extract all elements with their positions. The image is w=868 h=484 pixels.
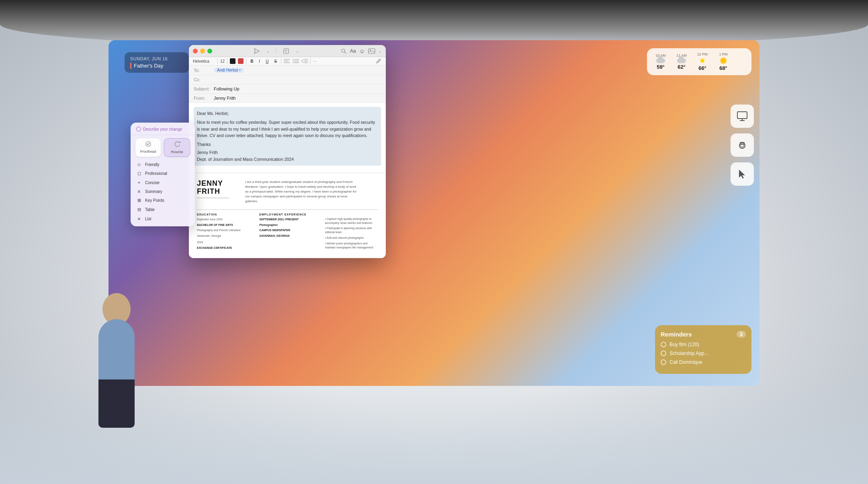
weather-icon-1 xyxy=(677,58,686,63)
side-icon-box-0 xyxy=(731,105,754,128)
menu-item-friendly[interactable]: ☺ Friendly xyxy=(131,160,195,169)
mail-body[interactable]: Dear Ms. Herbst, Nice to meet you for co… xyxy=(189,103,386,173)
emoji-icon: ☺ xyxy=(359,48,365,54)
professional-icon: ◻ xyxy=(136,171,142,176)
svg-point-21 xyxy=(293,61,294,62)
side-icons xyxy=(731,105,754,186)
to-value: Andi Herbst xyxy=(217,68,238,72)
reminder-circle-2 xyxy=(661,359,666,365)
svg-point-20 xyxy=(293,59,294,60)
weather-temp-0: 59° xyxy=(657,64,665,70)
reminder-circle-1 xyxy=(661,351,666,356)
cv-name-block: JENNY FRITH xyxy=(197,180,237,204)
cv-edu-0: Expected June 2024 xyxy=(197,217,253,221)
summary-label: Summary xyxy=(145,189,162,194)
strikethrough-button[interactable]: S xyxy=(272,59,278,64)
cursor-icon xyxy=(736,168,748,180)
proofread-label: Proofread xyxy=(140,150,156,154)
weather-time-2: 12 PM xyxy=(697,52,708,56)
attachment-icon xyxy=(375,59,382,64)
format-divider-0 xyxy=(217,58,218,64)
subject-value: Following Up xyxy=(214,86,240,91)
reminder-text-1: Scholarship App... xyxy=(669,351,708,356)
cv-name-line2: FRITH xyxy=(197,187,220,195)
svg-line-24 xyxy=(301,61,304,63)
cv-edu-1: BACHELOR OF FINE ARTS xyxy=(197,223,253,227)
from-field: From: Jenny Frith xyxy=(189,94,386,103)
cv-emp-0: SEPTEMBER 2021–PRESENT xyxy=(259,217,315,221)
weather-icon-0 xyxy=(656,58,665,63)
cv-bullet-3: • Mentor junior photographers and mainta… xyxy=(322,242,378,250)
cv-employment-col: EMPLOYMENT EXPERIENCE SEPTEMBER 2021–PRE… xyxy=(259,213,315,252)
cv-emp-2: CAMPUS NEWSPAPER xyxy=(259,228,315,232)
subject-field: Subject: Following Up xyxy=(189,84,386,94)
cv-edu-2: Photography and French Literature xyxy=(197,228,253,232)
font-size: 12 xyxy=(220,59,225,64)
cv-emp-3: SAVANNAH, GEORGIA xyxy=(259,234,315,238)
cv-bullet-2: • Edit and retouch photographs xyxy=(322,236,378,240)
bold-button[interactable]: B xyxy=(249,59,255,64)
to-recipient[interactable]: Andi Herbst ▾ xyxy=(214,68,244,73)
presentation-screen: SUNDAY, JUN 16 Father's Day 10 AM 59° 11… xyxy=(108,40,760,386)
rewrite-button[interactable]: Rewrite xyxy=(164,138,190,157)
text-color-black[interactable] xyxy=(230,58,235,64)
list-menu-icon: ≡ xyxy=(136,216,142,221)
menu-item-summary[interactable]: ≡ Summary xyxy=(131,187,195,196)
rewrite-label: Rewrite xyxy=(171,150,183,154)
list-label: List xyxy=(145,217,151,221)
format-divider-1 xyxy=(227,58,227,64)
cv-emp-1: Photographer xyxy=(259,223,315,227)
minimize-button[interactable] xyxy=(200,49,205,53)
weather-col-0: 10 AM 59° xyxy=(653,53,669,70)
cv-bio: I am a third-year student undergraduate … xyxy=(245,180,358,204)
format-divider-4 xyxy=(310,58,311,64)
menu-item-professional[interactable]: ◻ Professional xyxy=(131,169,195,178)
maximize-button[interactable] xyxy=(207,49,212,53)
cv-edu-3: Savannah, Georgia xyxy=(197,234,253,238)
cv-section-divider xyxy=(197,209,378,210)
menu-item-table[interactable]: ⊟ Table xyxy=(131,205,195,214)
cv-employment-title: EMPLOYMENT EXPERIENCE xyxy=(259,213,315,216)
italic-button[interactable]: I xyxy=(257,59,262,64)
divider xyxy=(276,48,276,54)
keypoints-label: Key Points xyxy=(145,198,164,203)
professional-label: Professional xyxy=(145,171,167,176)
from-value: Jenny Frith xyxy=(214,96,235,100)
format-bar: Helvetica 12 B I U S xyxy=(189,57,386,66)
format-divider-3 xyxy=(281,58,281,64)
cv-columns: EDUCATION Expected June 2024 BACHELOR OF… xyxy=(197,213,378,252)
table-icon: ⊟ xyxy=(136,207,142,212)
proofread-button[interactable]: Proofread xyxy=(135,138,161,157)
reminder-item-1: Scholarship App... xyxy=(661,351,746,356)
svg-marker-6 xyxy=(739,170,745,178)
menu-item-keypoints[interactable]: ⊞ Key Points xyxy=(131,196,195,205)
svg-marker-29 xyxy=(179,142,180,143)
menu-item-list[interactable]: ≡ List xyxy=(131,214,195,223)
close-button[interactable] xyxy=(193,49,198,53)
signature-2: Dept. of Journalism and Mass Communicati… xyxy=(197,156,378,162)
rewrite-icon xyxy=(174,141,180,149)
reminder-circle-0 xyxy=(661,342,666,347)
to-label: To: xyxy=(194,68,214,73)
presenter xyxy=(72,223,161,424)
keypoints-icon: ⊞ xyxy=(136,198,142,203)
weather-widget: 10 AM 59° 11 AM 62° 12 PM 66° 1 PM 68° xyxy=(647,48,751,75)
text-color-red[interactable] xyxy=(238,58,244,64)
weather-col-1: 11 AM 62° xyxy=(674,53,690,70)
font-size-icon: Aa xyxy=(350,48,356,54)
reminders-header: Reminders 3 xyxy=(661,331,746,338)
cc-label: Cc: xyxy=(194,77,214,82)
svg-line-11 xyxy=(344,52,346,53)
summary-icon: ≡ xyxy=(136,189,142,194)
reminder-item-2: Call Dominique xyxy=(661,359,746,365)
svg-point-22 xyxy=(293,62,294,63)
concise-icon: + xyxy=(136,180,142,185)
weather-col-3: 1 PM 68° xyxy=(715,52,731,71)
underline-button[interactable]: U xyxy=(264,59,270,64)
menu-item-concise[interactable]: + Concise xyxy=(131,178,195,187)
cv-edu-4: 2023 xyxy=(197,240,253,244)
svg-point-10 xyxy=(342,49,345,52)
writing-tools-panel: Describe your change Proofread xyxy=(131,123,195,226)
search-icon[interactable] xyxy=(340,48,347,54)
recipient-chevron: ▾ xyxy=(239,68,241,72)
